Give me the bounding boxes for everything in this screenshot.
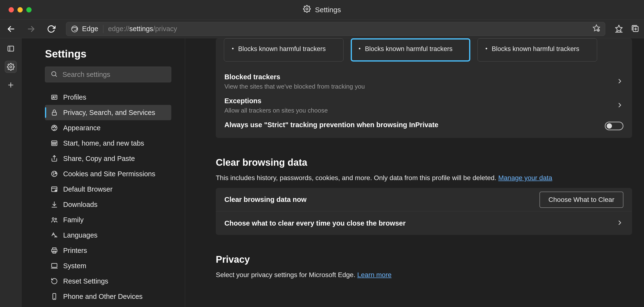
choose-what-to-clear-button[interactable]: Choose What to Clear	[540, 192, 624, 208]
learn-more-link[interactable]: Learn more	[357, 271, 392, 278]
settings-heading: Settings	[45, 48, 172, 60]
svg-point-44	[55, 218, 56, 220]
svg-rect-24	[52, 112, 56, 115]
nav-share[interactable]: Share, Copy and Paste	[45, 151, 171, 166]
nav-item-label: Downloads	[63, 201, 97, 209]
back-button[interactable]	[6, 24, 16, 34]
tracking-card-strict[interactable]: Blocks known harmful trackers	[478, 38, 597, 62]
tracking-card-basic[interactable]: Blocks known harmful trackers	[224, 38, 344, 62]
svg-rect-31	[53, 143, 54, 144]
svg-point-37	[53, 175, 54, 175]
reload-button[interactable]	[46, 24, 56, 34]
blocked-trackers-row[interactable]: Blocked trackers View the sites that we'…	[216, 68, 632, 92]
clear-data-group: Clear browsing data now Choose What to C…	[216, 188, 632, 235]
chevron-right-icon	[616, 102, 624, 110]
svg-point-0	[306, 8, 308, 10]
nav-privacy[interactable]: Privacy, Search, and Services	[45, 105, 171, 120]
minimize-window-button[interactable]	[18, 7, 23, 13]
row-title: Clear browsing data now	[224, 196, 540, 204]
nav-item-label: Phone and Other Devices	[63, 293, 142, 300]
nav-item-label: Languages	[63, 231, 98, 239]
svg-point-43	[52, 218, 54, 220]
nav-appearance[interactable]: Appearance	[45, 120, 171, 136]
strict-inprivate-row: Always use "Strict" tracking prevention …	[216, 116, 632, 133]
window-titlebar: Settings	[0, 0, 644, 20]
tracking-card-bullet: Blocks known harmful trackers	[232, 45, 336, 53]
search-settings-input[interactable]	[62, 71, 166, 79]
svg-point-15	[10, 66, 12, 68]
clear-data-now-row: Clear browsing data now Choose What to C…	[216, 188, 632, 211]
settings-sidebar: Settings Profiles Privacy, Search, and S…	[22, 38, 185, 307]
favorites-button[interactable]	[615, 25, 623, 34]
address-bar[interactable]: Edge edge://settings/privacy	[66, 22, 605, 36]
svg-point-26	[53, 127, 53, 128]
clear-on-close-row[interactable]: Choose what to clear every time you clos…	[216, 211, 632, 235]
row-title: Blocked trackers	[224, 73, 616, 81]
svg-point-36	[55, 173, 56, 174]
window-title: Settings	[315, 6, 341, 14]
nav-item-label: Share, Copy and Paste	[63, 155, 135, 163]
nav-system[interactable]: System	[45, 258, 171, 273]
svg-point-27	[54, 126, 54, 127]
svg-rect-47	[52, 249, 57, 252]
nav-start[interactable]: Start, home, and new tabs	[45, 136, 171, 151]
nav-item-label: System	[63, 262, 86, 270]
exceptions-row[interactable]: Exceptions Allow all trackers on sites y…	[216, 92, 632, 116]
row-title: Choose what to clear every time you clos…	[224, 219, 616, 227]
url-text: edge://settings/privacy	[108, 25, 177, 33]
privacy-heading: Privacy	[216, 254, 632, 265]
svg-rect-13	[8, 46, 14, 51]
browser-toolbar: Edge edge://settings/privacy	[0, 20, 644, 38]
svg-point-18	[52, 72, 56, 76]
rail-new-tab-button[interactable]	[5, 79, 17, 91]
nav-item-label: Family	[63, 216, 84, 224]
nav-cookies[interactable]: Cookies and Site Permissions	[45, 166, 171, 181]
clear-data-heading: Clear browsing data	[216, 157, 632, 168]
settings-nav-list: Profiles Privacy, Search, and Services A…	[45, 90, 171, 304]
svg-line-19	[56, 75, 57, 77]
privacy-desc: Select your privacy settings for Microso…	[216, 271, 632, 279]
tracking-card-bullet: Blocks known harmful trackers	[486, 45, 589, 53]
vertical-tab-rail	[0, 38, 22, 307]
chevron-right-icon	[616, 219, 624, 227]
nav-phone[interactable]: Phone and Other Devices	[45, 289, 171, 304]
nav-profiles[interactable]: Profiles	[45, 90, 171, 105]
search-settings-box[interactable]	[45, 67, 171, 82]
rail-sidebar-button[interactable]	[5, 43, 17, 55]
nav-family[interactable]: Family	[45, 212, 171, 227]
nav-printers[interactable]: Printers	[45, 243, 171, 258]
favorite-star-button[interactable]	[592, 24, 600, 34]
row-subtitle: View the sites that we've blocked from t…	[224, 83, 616, 90]
settings-content: Blocks known harmful trackers Blocks kno…	[185, 38, 644, 307]
maximize-window-button[interactable]	[26, 7, 32, 13]
nav-downloads[interactable]: Downloads	[45, 197, 171, 212]
clear-data-desc: This includes history, passwords, cookie…	[216, 174, 632, 182]
nav-item-label: Privacy, Search, and Services	[63, 109, 155, 117]
nav-item-label: Appearance	[63, 124, 100, 132]
nav-languages[interactable]: Languages	[45, 227, 171, 243]
nav-item-label: Start, home, and new tabs	[63, 139, 144, 147]
close-window-button[interactable]	[8, 7, 14, 13]
search-icon	[50, 70, 58, 79]
rail-settings-tab[interactable]	[5, 61, 17, 73]
gear-icon	[303, 5, 311, 14]
nav-default-browser[interactable]: Default Browser	[45, 181, 171, 197]
tracking-card-balanced[interactable]: Blocks known harmful trackers	[351, 38, 470, 62]
chevron-right-icon	[616, 78, 624, 86]
nav-item-label: Profiles	[63, 93, 86, 101]
edge-logo-icon	[71, 25, 78, 33]
nav-item-label: Default Browser	[63, 185, 112, 193]
traffic-lights	[8, 7, 32, 13]
svg-rect-49	[52, 263, 57, 267]
nav-reset[interactable]: Reset Settings	[45, 273, 171, 289]
row-subtitle: Allow all trackers on sites you choose	[224, 107, 616, 114]
tracking-card-bullet: Blocks known harmful trackers	[358, 45, 462, 53]
forward-button[interactable]	[26, 24, 36, 34]
svg-rect-32	[54, 143, 56, 144]
collections-button[interactable]	[631, 25, 639, 34]
svg-point-28	[55, 127, 56, 128]
site-identity-label: Edge	[82, 25, 98, 33]
strict-inprivate-toggle[interactable]	[605, 122, 624, 130]
manage-data-link[interactable]: Manage your data	[498, 174, 552, 181]
row-title: Always use "Strict" tracking prevention …	[224, 121, 605, 129]
